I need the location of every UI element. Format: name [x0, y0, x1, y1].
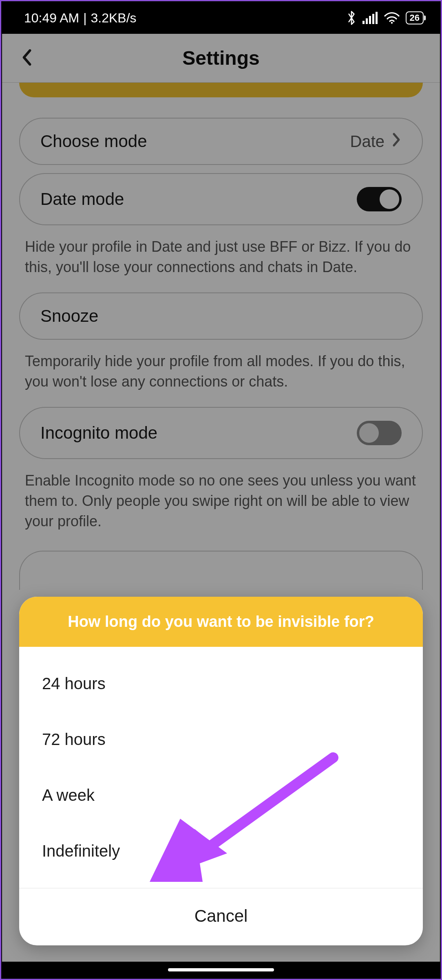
svg-rect-0 [362, 21, 365, 24]
snooze-option-indefinitely[interactable]: Indefinitely [19, 823, 423, 879]
svg-point-5 [391, 22, 392, 24]
svg-rect-4 [376, 12, 378, 24]
battery-value: 26 [410, 13, 420, 23]
svg-rect-3 [372, 14, 374, 24]
snooze-duration-sheet: How long do you want to be invisible for… [19, 597, 423, 945]
svg-rect-1 [366, 18, 368, 24]
battery-indicator: 26 [406, 11, 424, 24]
sheet-title: How long do you want to be invisible for… [19, 597, 423, 647]
cellular-signal-icon [362, 12, 378, 24]
status-transfer: 3.2KB/s [91, 11, 137, 26]
status-bar: 10:49 AM | 3.2KB/s [2, 2, 440, 34]
snooze-option-a-week[interactable]: A week [19, 767, 423, 823]
snooze-option-24-hours[interactable]: 24 hours [19, 656, 423, 712]
bluetooth-icon [346, 10, 357, 26]
home-indicator[interactable] [168, 968, 274, 971]
snooze-option-72-hours[interactable]: 72 hours [19, 712, 423, 767]
status-time: 10:49 AM [24, 11, 79, 26]
wifi-icon [384, 12, 400, 24]
svg-rect-2 [369, 16, 371, 24]
system-nav-bar [2, 962, 440, 978]
status-separator: | [79, 11, 91, 26]
cancel-button[interactable]: Cancel [19, 888, 423, 945]
